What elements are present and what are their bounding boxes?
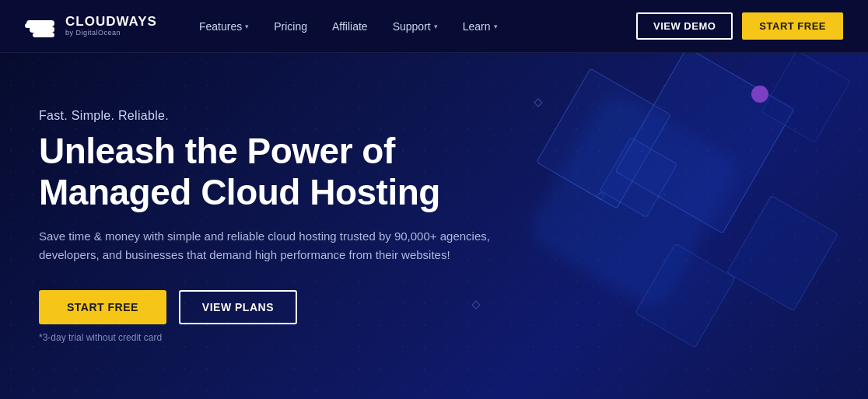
hero-tagline: Fast. Simple. Reliable.: [39, 109, 490, 123]
hero-buttons: START FREE VIEW PLANS: [39, 290, 490, 324]
trial-note: *3-day trial without credit card: [39, 332, 490, 343]
hero-description: Save time & money with simple and reliab…: [39, 227, 490, 266]
nav-item-affiliate[interactable]: Affiliate: [321, 14, 379, 39]
nav-label-support: Support: [393, 20, 431, 33]
nav-label-features: Features: [199, 20, 242, 33]
nav-label-learn: Learn: [463, 20, 491, 33]
cloudways-logo-icon: [25, 12, 59, 40]
hero-title: Unleash the Power of Managed Cloud Hosti…: [39, 131, 490, 213]
view-plans-button[interactable]: VIEW PLANS: [179, 290, 297, 324]
svg-rect-2: [33, 33, 54, 37]
nav-item-features[interactable]: Features ▾: [188, 14, 260, 39]
hero-title-line1: Unleash the Power of: [39, 131, 395, 171]
navbar: CLOUDWAYS by DigitalOcean Features ▾ Pri…: [0, 0, 868, 53]
nav-links: Features ▾ Pricing Affiliate Support ▾ L…: [188, 14, 636, 39]
svg-rect-3: [25, 23, 36, 28]
hero-section: Fast. Simple. Reliable. Unleash the Powe…: [0, 53, 868, 399]
hero-title-line2: Managed Cloud Hosting: [39, 172, 440, 212]
nav-item-pricing[interactable]: Pricing: [263, 14, 318, 39]
nav-label-pricing: Pricing: [274, 20, 307, 33]
view-demo-button[interactable]: VIEW DEMO: [636, 12, 733, 40]
logo-sub: by DigitalOcean: [65, 30, 157, 37]
chevron-down-icon: ▾: [245, 23, 249, 30]
nav-label-affiliate: Affiliate: [332, 20, 368, 33]
start-free-hero-button[interactable]: START FREE: [39, 290, 166, 324]
nav-item-support[interactable]: Support ▾: [382, 14, 449, 39]
chevron-down-icon-support: ▾: [434, 23, 438, 30]
nav-item-learn[interactable]: Learn ▾: [452, 14, 509, 39]
logo[interactable]: CLOUDWAYS by DigitalOcean: [25, 12, 157, 40]
logo-text: CLOUDWAYS by DigitalOcean: [65, 15, 157, 37]
nav-actions: VIEW DEMO START FREE: [636, 12, 843, 40]
logo-name: CLOUDWAYS: [65, 15, 157, 30]
chevron-down-icon-learn: ▾: [494, 23, 498, 30]
hero-content: Fast. Simple. Reliable. Unleash the Powe…: [0, 109, 529, 343]
start-free-nav-button[interactable]: START FREE: [742, 12, 843, 40]
